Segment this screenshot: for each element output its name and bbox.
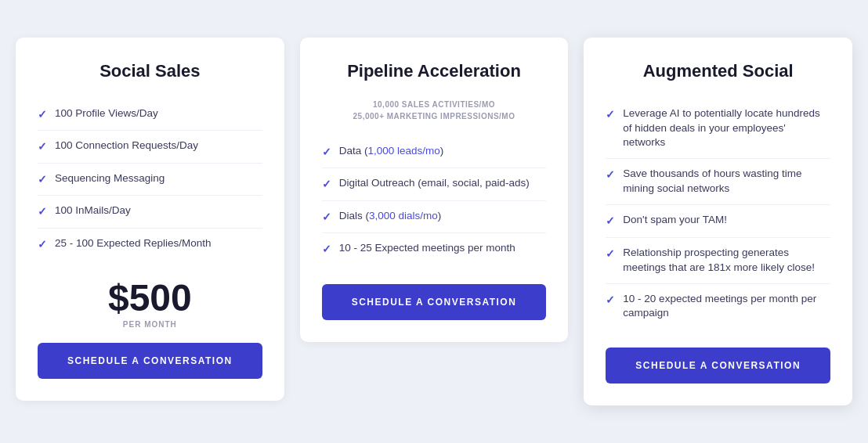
- check-icon: ✓: [38, 139, 47, 155]
- check-icon: ✓: [322, 242, 331, 258]
- list-item: ✓ 10 - 25 Expected meetings per month: [322, 233, 547, 265]
- list-item: ✓ Dials (3,000 dials/mo): [322, 201, 547, 234]
- price-block: $500 PER MONTH: [38, 279, 262, 329]
- feature-text: 100 Connection Requests/Day: [55, 139, 262, 153]
- check-icon: ✓: [606, 293, 615, 308]
- list-item: ✓ Leverage AI to potentially locate hund…: [606, 99, 830, 160]
- card-augmented-social: Augmented Social ✓ Leverage AI to potent…: [584, 38, 852, 406]
- feature-text: Dials (3,000 dials/mo): [339, 209, 547, 224]
- check-icon: ✓: [606, 247, 615, 262]
- list-item: ✓ 100 Connection Requests/Day: [38, 131, 262, 164]
- check-icon: ✓: [322, 145, 331, 160]
- schedule-conversation-button-3[interactable]: SCHEDULE A CONVERSATION: [606, 348, 830, 384]
- feature-list-social-sales: ✓ 100 Profile Views/Day ✓ 100 Connection…: [38, 99, 262, 261]
- subtitle-line-2: 25,000+ MARKETING IMPRESSIONS/MO: [322, 110, 547, 122]
- check-icon: ✓: [38, 237, 47, 253]
- list-item: ✓ Data (1,000 leads/mo): [322, 136, 547, 169]
- check-icon: ✓: [606, 107, 615, 123]
- list-item: ✓ Don't spam your TAM!: [606, 205, 830, 238]
- feature-text: Sequencing Messaging: [55, 171, 262, 186]
- card-title-social-sales: Social Sales: [38, 61, 262, 81]
- pricing-cards: Social Sales ✓ 100 Profile Views/Day ✓ 1…: [16, 38, 852, 406]
- feature-text: Digital Outreach (email, social, paid-ad…: [339, 176, 547, 191]
- list-item: ✓ Sequencing Messaging: [38, 164, 262, 196]
- schedule-conversation-button-1[interactable]: SCHEDULE A CONVERSATION: [38, 343, 262, 379]
- subtitle-block: 10,000 SALES ACTIVITIES/MO 25,000+ MARKE…: [322, 99, 547, 122]
- list-item: ✓ Digital Outreach (email, social, paid-…: [322, 168, 547, 201]
- check-icon: ✓: [38, 172, 47, 188]
- feature-text: Save thousands of hours wasting time min…: [623, 167, 830, 196]
- feature-text: 100 Profile Views/Day: [55, 106, 262, 121]
- feature-text: Don't spam your TAM!: [623, 213, 830, 228]
- check-icon: ✓: [322, 177, 331, 193]
- card-title-augmented-social: Augmented Social: [606, 61, 830, 81]
- feature-text: 10 - 20 expected meetings per month per …: [623, 292, 830, 322]
- list-item: ✓ 25 - 100 Expected Replies/Month: [38, 229, 262, 261]
- price-amount: $500: [38, 279, 262, 317]
- list-item: ✓ 100 Profile Views/Day: [38, 99, 262, 131]
- feature-text: Leverage AI to potentially locate hundre…: [623, 106, 830, 151]
- list-item: ✓ 10 - 20 expected meetings per month pe…: [606, 284, 830, 330]
- feature-text: Relationship prospecting generates meeti…: [623, 246, 830, 276]
- price-period: PER MONTH: [38, 320, 262, 329]
- check-icon: ✓: [38, 107, 47, 123]
- feature-text: 25 - 100 Expected Replies/Month: [55, 236, 262, 251]
- check-icon: ✓: [38, 204, 47, 220]
- feature-text: 10 - 25 Expected meetings per month: [339, 241, 547, 256]
- subtitle-line-1: 10,000 SALES ACTIVITIES/MO: [322, 99, 547, 110]
- feature-text: 100 InMails/Day: [55, 203, 262, 218]
- feature-text: Data (1,000 leads/mo): [339, 144, 547, 159]
- list-item: ✓ Relationship prospecting generates mee…: [606, 238, 830, 284]
- card-title-pipeline-acceleration: Pipeline Acceleration: [322, 61, 547, 81]
- check-icon: ✓: [606, 167, 615, 183]
- feature-list-pipeline: ✓ Data (1,000 leads/mo) ✓ Digital Outrea…: [322, 136, 547, 265]
- card-social-sales: Social Sales ✓ 100 Profile Views/Day ✓ 1…: [16, 38, 284, 401]
- check-icon: ✓: [606, 214, 615, 229]
- list-item: ✓ 100 InMails/Day: [38, 196, 262, 229]
- list-item: ✓ Save thousands of hours wasting time m…: [606, 159, 830, 205]
- card-pipeline-acceleration: Pipeline Acceleration 10,000 SALES ACTIV…: [300, 38, 569, 342]
- check-icon: ✓: [322, 210, 331, 225]
- schedule-conversation-button-2[interactable]: SCHEDULE A CONVERSATION: [322, 284, 547, 320]
- feature-list-augmented: ✓ Leverage AI to potentially locate hund…: [606, 99, 830, 330]
